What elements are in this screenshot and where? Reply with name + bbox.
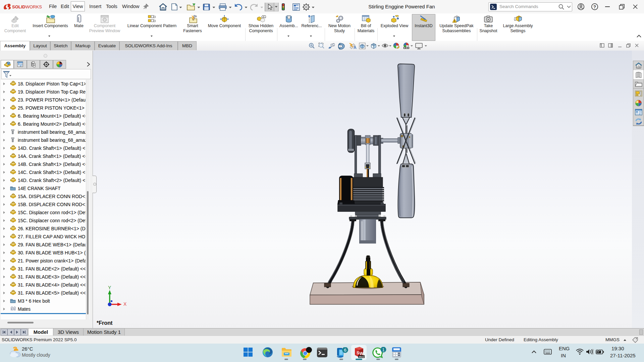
svg-text:A: A bbox=[354, 45, 357, 50]
svg-text:SOLIDWORKS: SOLIDWORKS bbox=[12, 4, 42, 9]
svg-text:2022: 2022 bbox=[359, 355, 364, 358]
svg-text:S: S bbox=[357, 350, 360, 355]
svg-text:?: ? bbox=[593, 4, 596, 9]
svg-text:Y: Y bbox=[108, 285, 111, 290]
svg-text:6: 6 bbox=[344, 348, 346, 353]
svg-text:1: 1 bbox=[382, 348, 385, 352]
svg-text:!: ! bbox=[454, 19, 455, 23]
svg-text:X: X bbox=[123, 301, 127, 307]
